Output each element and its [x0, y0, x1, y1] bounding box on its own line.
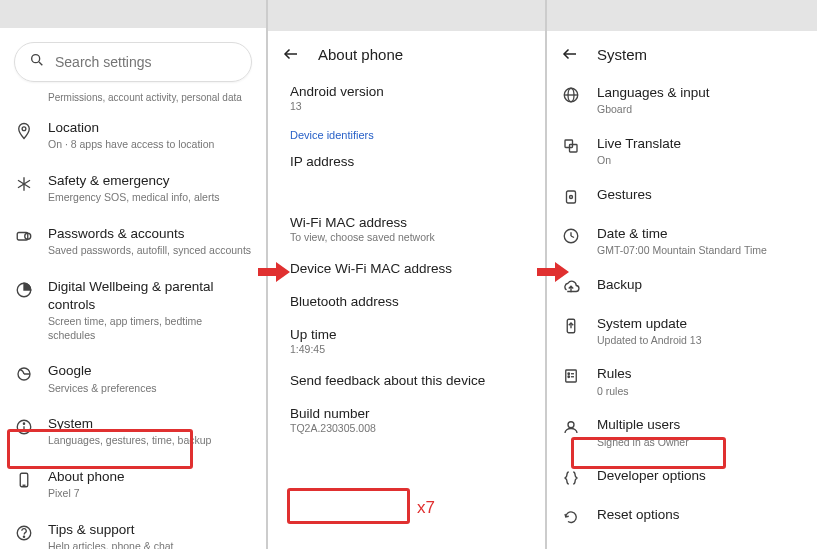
row-subtitle: Screen time, app timers, bedtime schedul…	[48, 315, 252, 342]
header-title: About phone	[318, 46, 403, 63]
row-subtitle: Gboard	[597, 103, 803, 117]
system-row-gestures[interactable]: Gestures	[547, 177, 817, 216]
tap-count-annotation: x7	[417, 498, 435, 518]
row-title: Tips & support	[48, 521, 252, 539]
row-subtitle: TQ2A.230305.008	[290, 422, 523, 434]
row-subtitle: On · 8 apps have access to location	[48, 138, 252, 152]
system-row-rules[interactable]: Rules0 rules	[547, 356, 817, 407]
gestures-icon	[561, 187, 581, 207]
row-title: Languages & input	[597, 84, 803, 102]
settings-row-tips-support[interactable]: Tips & supportHelp articles, phone & cha…	[0, 511, 266, 549]
back-icon[interactable]	[282, 45, 300, 63]
svg-line-28	[571, 236, 574, 238]
pin-icon	[14, 121, 34, 141]
search-input[interactable]	[55, 54, 237, 70]
system-row-multiple-users[interactable]: Multiple usersSigned in as Owner	[547, 407, 817, 458]
about-row-up-time[interactable]: Up time1:49:45	[268, 318, 545, 364]
asterisk-icon	[14, 174, 34, 194]
status-bar	[547, 0, 817, 31]
row-title: IP address	[290, 154, 523, 169]
row-subtitle: Saved passwords, autofill, synced accoun…	[48, 244, 252, 258]
users-icon	[561, 417, 581, 437]
category-label: Device identifiers	[268, 121, 545, 145]
settings-row-passwords-accounts[interactable]: Passwords & accountsSaved passwords, aut…	[0, 215, 266, 268]
arrow-annotation	[535, 260, 571, 284]
row-title: Multiple users	[597, 416, 803, 434]
svg-point-25	[570, 195, 573, 198]
settings-main-panel: Permissions, account activity, personal …	[0, 0, 267, 549]
row-title: Developer options	[597, 467, 803, 485]
system-row-backup[interactable]: Backup	[547, 267, 817, 306]
truncated-subtitle: Permissions, account activity, personal …	[0, 92, 266, 109]
system-row-live-translate[interactable]: Live TranslateOn	[547, 126, 817, 177]
row-title: Gestures	[597, 186, 803, 204]
row-title: Live Translate	[597, 135, 803, 153]
system-row-developer-options[interactable]: Developer options	[547, 458, 817, 497]
row-title: Up time	[290, 327, 523, 342]
status-bar	[0, 0, 266, 28]
info-icon	[14, 417, 34, 437]
row-title: System	[48, 415, 252, 433]
phone-icon	[14, 470, 34, 490]
about-row-ip-address[interactable]: IP address	[268, 145, 545, 178]
settings-row-digital-wellbeing-parental-controls[interactable]: Digital Wellbeing & parental controlsScr…	[0, 268, 266, 353]
row-title: Device Wi-Fi MAC address	[290, 261, 523, 276]
row-title: Backup	[597, 276, 803, 294]
search-icon	[29, 52, 45, 72]
row-subtitle: Services & preferences	[48, 382, 252, 396]
row-title: Rules	[597, 365, 803, 383]
settings-row-location[interactable]: LocationOn · 8 apps have access to locat…	[0, 109, 266, 162]
wellbeing-icon	[14, 280, 34, 300]
svg-rect-22	[565, 140, 573, 148]
system-row-reset-options[interactable]: Reset options	[547, 497, 817, 536]
about-row-device-wi-fi-mac-address[interactable]: Device Wi-Fi MAC address	[268, 252, 545, 285]
row-subtitle: 1:49:45	[290, 343, 523, 355]
system-row-date-time[interactable]: Date & timeGMT-07:00 Mountain Standard T…	[547, 216, 817, 267]
arrow-annotation	[256, 260, 292, 284]
header-title: System	[597, 46, 647, 63]
about-row-send-feedback-about-this-device[interactable]: Send feedback about this device	[268, 364, 545, 397]
row-title: Reset options	[597, 506, 803, 524]
update-icon	[561, 316, 581, 336]
row-subtitle: 0 rules	[597, 385, 803, 399]
row-subtitle: Help articles, phone & chat	[48, 540, 252, 549]
svg-point-2	[22, 127, 26, 131]
row-subtitle: Signed in as Owner	[597, 436, 803, 450]
settings-row-google[interactable]: GoogleServices & preferences	[0, 352, 266, 405]
svg-point-33	[568, 373, 570, 375]
system-panel: System Languages & inputGboardLive Trans…	[546, 0, 817, 549]
row-subtitle: Updated to Android 13	[597, 334, 803, 348]
row-title: Build number	[290, 406, 523, 421]
row-title: Send feedback about this device	[290, 373, 523, 388]
settings-row-safety-emergency[interactable]: Safety & emergencyEmergency SOS, medical…	[0, 162, 266, 215]
svg-point-16	[23, 536, 24, 537]
row-subtitle: Emergency SOS, medical info, alerts	[48, 191, 252, 205]
system-row-languages-input[interactable]: Languages & inputGboard	[547, 75, 817, 126]
settings-row-system[interactable]: SystemLanguages, gestures, time, backup	[0, 405, 266, 458]
row-subtitle: Languages, gestures, time, backup	[48, 434, 252, 448]
help-icon	[14, 523, 34, 543]
row-subtitle: GMT-07:00 Mountain Standard Time	[597, 244, 803, 258]
system-row-system-update[interactable]: System updateUpdated to Android 13	[547, 306, 817, 357]
translate-icon	[561, 136, 581, 156]
about-row-wi-fi-mac-address[interactable]: Wi-Fi MAC addressTo view, choose saved n…	[268, 206, 545, 252]
row-subtitle: To view, choose saved network	[290, 231, 523, 243]
row-title: Passwords & accounts	[48, 225, 252, 243]
row-title: About phone	[48, 468, 252, 486]
settings-row-about-phone[interactable]: About phonePixel 7	[0, 458, 266, 511]
about-phone-panel: About phone Android version13Device iden…	[267, 0, 546, 549]
back-icon[interactable]	[561, 45, 579, 63]
search-settings[interactable]	[14, 42, 252, 82]
globe-icon	[561, 85, 581, 105]
panel-header: System	[547, 31, 817, 75]
rules-icon	[561, 366, 581, 386]
about-row-android-version[interactable]: Android version13	[268, 75, 545, 121]
about-row-bluetooth-address[interactable]: Bluetooth address	[268, 285, 545, 318]
row-title: Wi-Fi MAC address	[290, 215, 523, 230]
svg-line-1	[39, 62, 42, 65]
clock-icon	[561, 226, 581, 246]
about-row-build-number[interactable]: Build numberTQ2A.230305.008	[268, 397, 545, 443]
row-title: Digital Wellbeing & parental controls	[48, 278, 252, 314]
svg-point-0	[32, 55, 40, 63]
svg-point-35	[568, 376, 570, 378]
